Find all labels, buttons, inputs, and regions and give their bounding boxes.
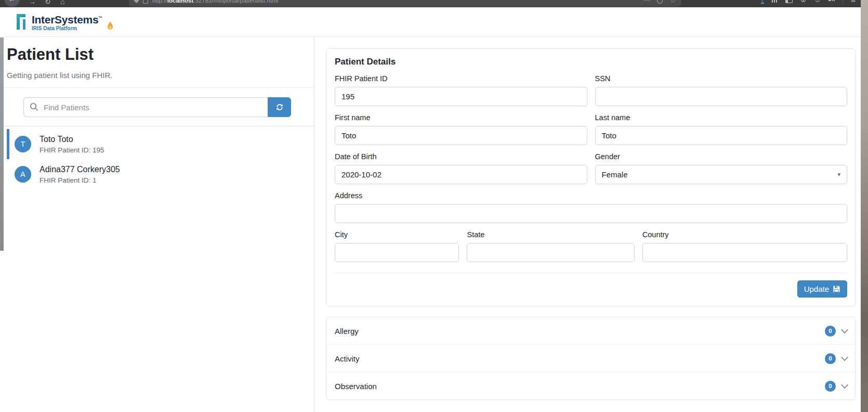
address-label: Address	[335, 191, 847, 200]
accordion-row-allergy[interactable]: Allergy 0	[326, 317, 856, 344]
search-icon	[30, 102, 38, 111]
count-badge: 0	[825, 326, 836, 337]
chevron-down-icon	[841, 381, 848, 389]
state-field[interactable]	[467, 243, 634, 262]
avatar: A	[15, 166, 31, 183]
search-input[interactable]	[23, 97, 268, 117]
city-field[interactable]	[335, 243, 459, 262]
account-icon[interactable]: ☺	[814, 0, 821, 3]
caret-down-icon: ▾	[837, 171, 840, 178]
patient-list-item[interactable]: T Toto Toto FHIR Patient ID: 195	[7, 129, 314, 159]
accordion-label: Activity	[335, 354, 360, 363]
brand-subtitle: IRIS Data Platform	[32, 25, 102, 31]
patient-details-card: Patient Details FHIR Patient ID SSN Firs…	[326, 48, 856, 306]
gender-value: Female	[602, 170, 628, 179]
url-text[interactable]: http://localhost:32783/mff/portal/patien…	[152, 0, 639, 4]
extensions-icon[interactable]	[828, 0, 835, 1]
page-title: Patient List	[7, 45, 314, 64]
desktop-background-right	[861, 0, 868, 412]
browser-toolbar: ← → ↻ ⌂ http://localhost:32783/mff/porta…	[0, 0, 861, 7]
address-field[interactable]	[335, 204, 847, 223]
patient-details-panel: Patient Details FHIR Patient ID SSN Firs…	[314, 37, 861, 412]
bookmark-star-icon[interactable]: ☆	[670, 0, 676, 4]
patient-meta: FHIR Patient ID: 195	[40, 146, 104, 154]
details-title: Patient Details	[335, 57, 847, 67]
accordion-label: Allergy	[335, 327, 359, 336]
dob-label: Date of Birth	[335, 152, 587, 161]
url-host: localhost	[167, 0, 193, 4]
update-button-label: Update	[804, 285, 829, 293]
divider	[0, 126, 314, 126]
urlbar-actions: ⋯ ☆	[643, 0, 676, 4]
patient-list-item[interactable]: A Adina377 Corkery305 FHIR Patient ID: 1	[7, 159, 314, 189]
last-name-label: Last name	[595, 113, 848, 122]
more-actions-icon[interactable]: ⋯	[643, 0, 650, 4]
fhir-id-label: FHIR Patient ID	[335, 74, 587, 83]
globe-extension-icon[interactable]: ⊕	[800, 0, 806, 3]
trademark: ™	[98, 16, 102, 20]
count-badge: 0	[825, 381, 836, 392]
downloads-icon[interactable]: ↓	[761, 0, 765, 4]
refresh-button[interactable]	[268, 97, 291, 117]
intersystems-logo-icon	[15, 12, 28, 31]
patient-list: T Toto Toto FHIR Patient ID: 195 A Adina…	[7, 129, 314, 189]
count-badge: 0	[825, 353, 836, 364]
address-bar[interactable]: http://localhost:32783/mff/portal/patien…	[129, 0, 681, 7]
desktop-background-left	[0, 37, 4, 251]
accordion-label: Observation	[335, 382, 377, 391]
state-label: State	[467, 230, 634, 239]
fhir-id-field[interactable]	[335, 87, 587, 106]
ssn-field[interactable]	[595, 87, 848, 106]
first-name-label: First name	[335, 113, 587, 122]
divider	[335, 273, 847, 273]
refresh-icon	[275, 103, 284, 111]
city-label: City	[335, 230, 459, 239]
browser-window: ← → ↻ ⌂ http://localhost:32783/mff/porta…	[0, 0, 861, 412]
url-path: :32783/mff/portal/patientlist.html	[193, 0, 278, 4]
dob-field[interactable]	[335, 165, 587, 184]
patient-search	[23, 97, 291, 117]
patient-meta: FHIR Patient ID: 1	[40, 176, 120, 184]
page-info-icon[interactable]	[143, 0, 148, 4]
menu-icon[interactable]: ≡	[851, 0, 856, 3]
permissions-icon[interactable]	[657, 0, 663, 4]
library-icon[interactable]	[772, 0, 778, 3]
update-button[interactable]: Update	[797, 280, 847, 298]
intersystems-logo: InterSystems™ IRIS Data Platform	[15, 12, 114, 31]
avatar: T	[15, 136, 31, 152]
gender-label: Gender	[595, 152, 848, 161]
app-header: InterSystems™ IRIS Data Platform	[0, 7, 861, 37]
chevron-down-icon	[841, 326, 848, 333]
sidebar-toggle-icon[interactable]	[785, 0, 793, 3]
home-icon[interactable]: ⌂	[60, 0, 64, 5]
forward-icon[interactable]: →	[29, 0, 36, 5]
chevron-down-icon	[841, 354, 848, 361]
save-icon	[833, 285, 840, 293]
page-subtitle: Getting patient list using FHIR.	[7, 71, 314, 80]
ssn-label: SSN	[595, 74, 848, 83]
flame-icon	[107, 21, 114, 31]
back-button[interactable]: ←	[4, 0, 20, 7]
patient-name: Adina377 Corkery305	[40, 164, 120, 175]
brand-name: InterSystems™	[32, 13, 102, 25]
divider	[0, 87, 314, 88]
gender-select[interactable]: Female ▾	[595, 165, 848, 184]
tracking-shield-icon[interactable]	[134, 0, 139, 3]
country-field[interactable]	[642, 243, 847, 262]
first-name-field[interactable]	[335, 126, 587, 145]
url-scheme: http://	[152, 0, 167, 4]
toolbar-separator	[843, 0, 843, 4]
toolbar-right: ↓ ⊕ ☺ ≡	[761, 0, 856, 4]
back-icon: ←	[8, 0, 16, 3]
reload-icon[interactable]: ↻	[45, 0, 51, 5]
resource-accordion: Allergy 0 Activity 0 Observation	[326, 317, 856, 400]
country-label: Country	[642, 230, 847, 239]
patient-name: Toto Toto	[40, 134, 104, 145]
patient-list-panel: Patient List Getting patient list using …	[0, 37, 314, 412]
last-name-field[interactable]	[595, 126, 848, 145]
accordion-row-activity[interactable]: Activity 0	[326, 344, 856, 372]
accordion-row-observation[interactable]: Observation 0	[326, 372, 856, 400]
